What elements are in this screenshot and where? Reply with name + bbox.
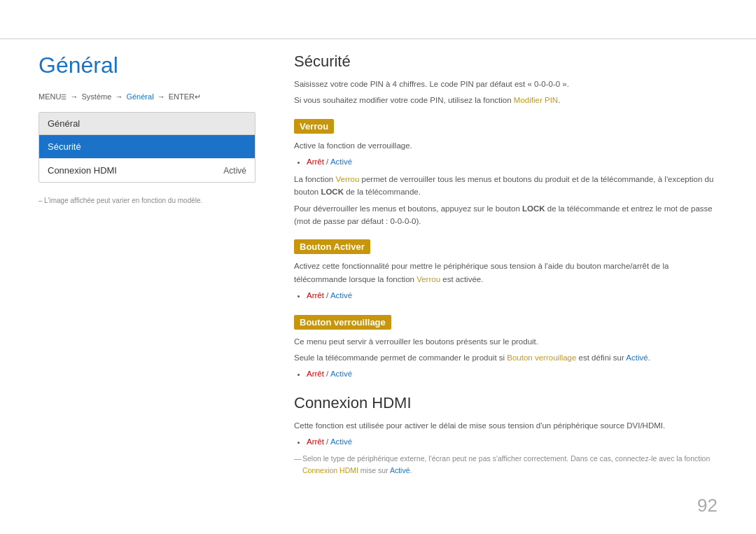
menu-item-connexion-label: Connexion HDMI bbox=[48, 165, 117, 176]
connexion-hdmi-link: Connexion HDMI bbox=[302, 466, 358, 475]
breadcrumb-enter: ENTER↵ bbox=[169, 92, 201, 101]
left-footnote: L'image affichée peut varier en fonction… bbox=[38, 197, 255, 204]
menu-item-connexion-hdmi[interactable]: Connexion HDMI Activé bbox=[39, 159, 255, 182]
verrou-desc-2: La fonction Verrou permet de verrouiller… bbox=[294, 173, 718, 199]
bouton-activer-section: Bouton Activer Activez cette fonctionnal… bbox=[294, 231, 718, 302]
note-prefix: Selon le type de périphérique externe, l… bbox=[302, 454, 710, 463]
breadcrumb: MENU☰ → Système → Général → ENTER↵ bbox=[38, 92, 255, 101]
active-ref-connexion: Activé bbox=[390, 466, 410, 475]
verrou-ref-1: Verrou bbox=[416, 275, 440, 283]
menu-item-securite[interactable]: Sécurité bbox=[39, 135, 255, 159]
note-mid: mise sur bbox=[358, 466, 390, 475]
bouton-verr-active: Activé bbox=[330, 370, 352, 378]
securite-title: Sécurité bbox=[294, 52, 718, 71]
bouton-activer-bullet: Arrêt / Activé bbox=[307, 289, 718, 303]
connexion-hdmi-desc: Cette fonction est utilisée pour activer… bbox=[294, 419, 718, 432]
connexion-hdmi-bullet: Arrêt / Activé bbox=[307, 435, 718, 449]
bouton-activer-active: Activé bbox=[330, 291, 352, 300]
left-panel: Général MENU☰ → Système → Général → ENTE… bbox=[38, 38, 255, 204]
bouton-verr-arret: Arrêt bbox=[307, 370, 324, 378]
bouton-activer-desc: Activez cette fonctionnalité pour mettre… bbox=[294, 260, 718, 286]
verrou-title: Verrou bbox=[294, 119, 334, 134]
intro-2-suffix: . bbox=[558, 96, 560, 104]
connexion-hdmi-title: Connexion HDMI bbox=[294, 394, 718, 412]
breadcrumb-arrow-2: → bbox=[115, 92, 125, 101]
connexion-active: Activé bbox=[330, 437, 352, 446]
bouton-verrouillage-desc-1: Ce menu peut servir à verrouiller les bo… bbox=[294, 335, 718, 348]
verrou-inline-link: Verrou bbox=[335, 175, 359, 183]
menu-header: Général bbox=[39, 113, 255, 135]
menu-item-securite-label: Sécurité bbox=[48, 141, 81, 152]
breadcrumb-menu: MENU☰ bbox=[38, 92, 66, 101]
securite-intro-2: Si vous souhaitez modifier votre code PI… bbox=[294, 94, 718, 106]
verrou-active: Activé bbox=[330, 157, 352, 166]
bouton-verr-link: Bouton verrouillage bbox=[507, 353, 576, 362]
bouton-verrouillage-title: Bouton verrouillage bbox=[294, 315, 391, 330]
verrou-section: Verrou Active la fonction de verrouillag… bbox=[294, 111, 718, 228]
securite-intro-1: Saisissez votre code PIN à 4 chiffres. L… bbox=[294, 78, 718, 90]
breadcrumb-arrow-1: → bbox=[70, 92, 80, 101]
breadcrumb-arrow-3: → bbox=[158, 92, 167, 101]
page-title: Général bbox=[38, 52, 255, 78]
menu-box: Général Sécurité Connexion HDMI Activé bbox=[38, 112, 255, 183]
page-number: 92 bbox=[697, 495, 718, 517]
connexion-arret: Arrêt bbox=[307, 437, 324, 446]
bouton-verrouillage-section: Bouton verrouillage Ce menu peut servir … bbox=[294, 307, 718, 381]
menu-item-connexion-value: Activé bbox=[223, 166, 246, 176]
verrou-bullet: Arrêt / Activé bbox=[307, 155, 718, 169]
bouton-activer-title: Bouton Activer bbox=[294, 239, 370, 254]
intro-2-prefix: Si vous souhaitez modifier votre code PI… bbox=[294, 96, 514, 104]
breadcrumb-system: Système bbox=[82, 92, 112, 101]
connexion-hdmi-section: Connexion HDMI Cette fonction est utilis… bbox=[294, 394, 718, 477]
verrou-desc-3: Pour déverrouiller les menus et boutons,… bbox=[294, 202, 718, 228]
connexion-hdmi-note: Selon le type de périphérique externe, l… bbox=[294, 453, 718, 477]
bouton-verrouillage-bullet: Arrêt / Activé bbox=[307, 367, 718, 381]
verrou-arret: Arrêt bbox=[307, 157, 324, 166]
active-ref-1: Activé bbox=[626, 353, 648, 362]
verrou-lock-label-2: LOCK bbox=[522, 204, 545, 213]
bouton-activer-arret: Arrêt bbox=[307, 291, 324, 300]
breadcrumb-general: Général bbox=[126, 92, 153, 101]
bouton-verrouillage-desc-2: Seule la télécommande permet de commande… bbox=[294, 351, 718, 364]
verrou-lock-label: LOCK bbox=[321, 188, 344, 196]
verrou-desc-1: Active la fonction de verrouillage. bbox=[294, 139, 718, 152]
note-suffix: . bbox=[410, 466, 412, 475]
modifier-pin-link: Modifier PIN bbox=[514, 96, 558, 104]
right-panel: Sécurité Saisissez votre code PIN à 4 ch… bbox=[294, 38, 718, 476]
